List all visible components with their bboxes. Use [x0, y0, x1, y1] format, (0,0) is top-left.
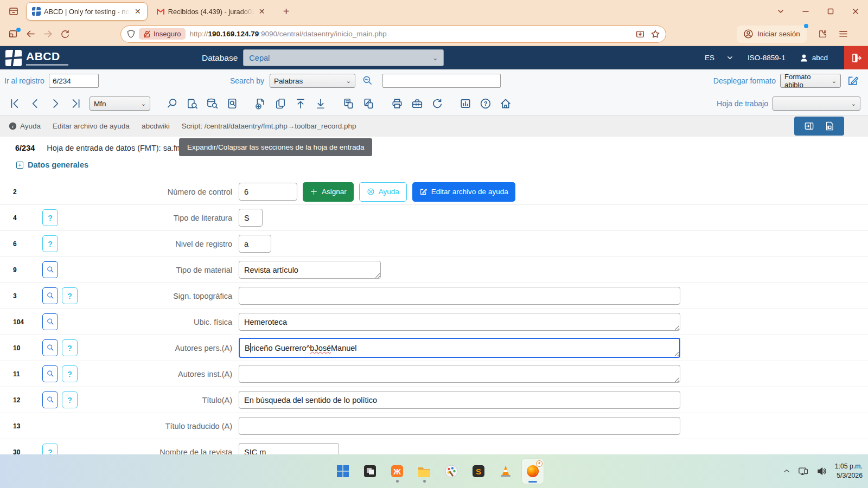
help-link[interactable]: i Ayuda: [9, 122, 41, 130]
field-input[interactable]: En búsqueda del sentido de lo político: [239, 391, 680, 409]
abcd-logo[interactable]: ABCD: [5, 50, 68, 66]
assign-button[interactable]: Asignar: [303, 182, 354, 202]
field-help-button[interactable]: ?: [42, 444, 58, 454]
logout-button[interactable]: [844, 46, 868, 69]
first-record-icon[interactable]: [8, 96, 23, 111]
open-panel-icon[interactable]: [804, 121, 814, 131]
paint-taskbar-icon[interactable]: [441, 459, 462, 484]
sign-in-button[interactable]: Iniciar sesión: [737, 25, 807, 43]
search-by-select[interactable]: Palabras ⌄: [270, 74, 355, 88]
section-datos-generales[interactable]: + Datos generales: [16, 160, 88, 169]
field-help-button[interactable]: ?: [62, 339, 78, 356]
field-help-button[interactable]: ?: [42, 235, 58, 252]
extensions-puzzle-icon[interactable]: [814, 26, 832, 42]
help-button[interactable]: Ayuda: [359, 182, 407, 202]
tab-list-chevron-icon[interactable]: [768, 0, 793, 23]
insecure-badge[interactable]: Inseguro: [139, 28, 186, 40]
browser-tab-abcd[interactable]: ABCD | Only for testing - not fo ✕: [26, 2, 148, 21]
previous-record-icon[interactable]: [28, 96, 43, 111]
field-textarea[interactable]: [239, 365, 680, 383]
database-search-icon[interactable]: [205, 96, 220, 111]
resize-grip[interactable]: [374, 272, 380, 278]
field-help-button[interactable]: ?: [62, 365, 78, 382]
duplicate-record-icon[interactable]: [273, 96, 288, 111]
menu-hamburger-icon[interactable]: [835, 26, 852, 42]
tab-close-icon[interactable]: ✕: [257, 7, 267, 16]
search-query-input[interactable]: [382, 74, 501, 88]
worksheet-select[interactable]: ⌄: [773, 97, 860, 111]
sublime-text-taskbar-icon[interactable]: S: [468, 459, 489, 484]
close-window-button[interactable]: [843, 0, 868, 23]
firefox-taskbar-icon[interactable]: ✶: [522, 459, 544, 484]
reload-button[interactable]: [56, 26, 74, 42]
save-record-icon[interactable]: [824, 121, 834, 131]
minimize-button[interactable]: [793, 0, 818, 23]
field-input[interactable]: 6: [239, 183, 297, 201]
download-record-icon[interactable]: [313, 96, 328, 111]
refresh-icon[interactable]: [430, 96, 445, 111]
field-textarea[interactable]: Hemeroteca: [239, 313, 680, 331]
mfn-sort-select[interactable]: Mfn ⌄: [90, 97, 150, 111]
maximize-button[interactable]: [818, 0, 843, 23]
field-search-button[interactable]: [42, 313, 58, 330]
display-device-icon[interactable]: [798, 466, 809, 477]
field-help-button[interactable]: ?: [42, 209, 58, 226]
abcdwiki-link[interactable]: abcdwiki: [142, 122, 170, 130]
forward-button[interactable]: [39, 26, 56, 42]
catalog-search-icon[interactable]: [225, 96, 240, 111]
copy-fields-icon[interactable]: [341, 96, 356, 111]
last-record-icon[interactable]: [68, 96, 83, 111]
field-search-button[interactable]: [42, 261, 58, 278]
tab-close-icon[interactable]: ✕: [133, 7, 143, 16]
language-select[interactable]: ES: [705, 54, 733, 62]
field-search-button[interactable]: [42, 365, 58, 382]
tab-archive-icon[interactable]: [4, 3, 23, 20]
database-select[interactable]: Cepal ⌄: [243, 49, 444, 66]
file-explorer-taskbar-icon[interactable]: [413, 459, 435, 484]
edit-format-icon[interactable]: [845, 73, 860, 88]
next-record-icon[interactable]: [48, 96, 63, 111]
utilities-icon[interactable]: [410, 96, 425, 111]
bookmark-star-icon[interactable]: [650, 29, 660, 39]
field-textarea[interactable]: Revista artículo: [239, 261, 381, 279]
print-icon[interactable]: [390, 96, 405, 111]
resize-grip[interactable]: [673, 351, 679, 356]
expand-plus-icon[interactable]: +: [16, 162, 23, 169]
edit-help-file-link[interactable]: Editar archivo de ayuda: [53, 122, 130, 130]
field-textarea[interactable]: Briceño Guerrero^bJosé Manuel: [239, 338, 680, 358]
vlc-taskbar-icon[interactable]: [495, 459, 516, 484]
upload-record-icon[interactable]: [293, 96, 308, 111]
field-search-button[interactable]: [42, 287, 58, 304]
start-taskbar-icon[interactable]: [332, 459, 354, 484]
volume-icon[interactable]: [816, 466, 827, 477]
field-textarea[interactable]: SIC m: [239, 443, 339, 454]
search-icon[interactable]: [164, 96, 180, 111]
home-icon[interactable]: [498, 96, 513, 111]
display-format-select[interactable]: Formato abiblo ⌄: [780, 74, 841, 88]
field-input[interactable]: S: [239, 209, 263, 227]
help-icon[interactable]: ?: [478, 96, 493, 111]
search-assist-icon[interactable]: [360, 73, 375, 88]
stacked-windows-taskbar-icon[interactable]: [359, 459, 381, 484]
save-page-icon[interactable]: [635, 29, 645, 39]
tray-chevron-up-icon[interactable]: [783, 466, 790, 477]
advanced-search-icon[interactable]: [184, 96, 200, 111]
statistics-icon[interactable]: [458, 96, 473, 111]
taskbar-clock[interactable]: 1:05 p.m. 5/3/2026: [835, 462, 863, 480]
url-bar[interactable]: Inseguro http://190.169.124.79:9090/cent…: [120, 25, 666, 43]
field-search-button[interactable]: [42, 339, 58, 356]
paste-fields-icon[interactable]: [361, 96, 376, 111]
shield-icon[interactable]: [126, 29, 136, 38]
xampp-taskbar-icon[interactable]: Ж: [386, 459, 408, 484]
field-help-button[interactable]: ?: [62, 287, 78, 304]
field-input[interactable]: a: [239, 235, 271, 253]
resize-grip[interactable]: [674, 324, 679, 330]
field-search-button[interactable]: [42, 391, 58, 408]
goto-record-input[interactable]: [49, 74, 99, 88]
field-help-button[interactable]: ?: [62, 391, 78, 408]
user-menu[interactable]: abcd: [800, 54, 828, 62]
resize-grip[interactable]: [674, 376, 679, 382]
field-input[interactable]: [239, 287, 680, 305]
new-tab-button[interactable]: +: [278, 4, 293, 19]
back-button[interactable]: [22, 26, 39, 42]
